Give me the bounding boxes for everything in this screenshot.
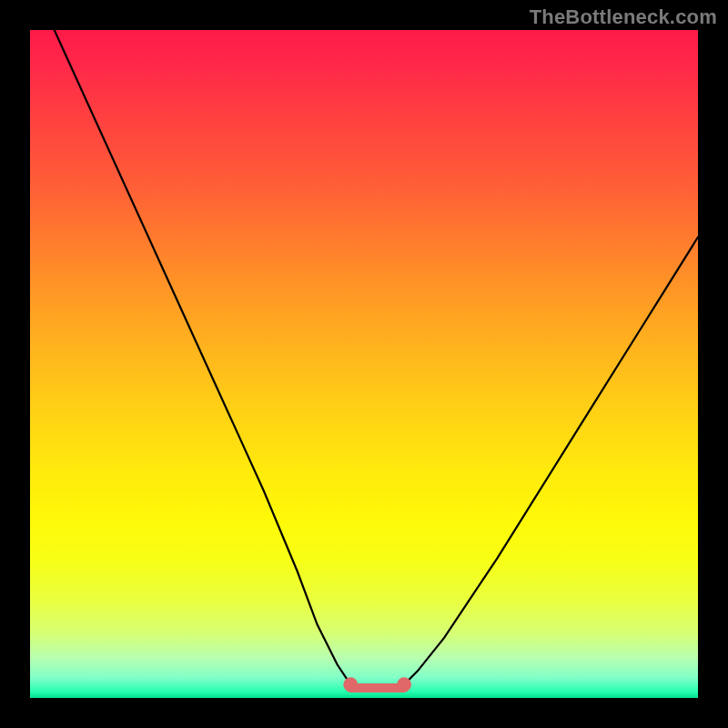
marker-left xyxy=(343,677,358,692)
watermark-text: TheBottleneck.com xyxy=(530,5,717,29)
curve-layer xyxy=(30,30,698,698)
chart-frame: TheBottleneck.com xyxy=(0,0,728,728)
plot-area xyxy=(30,30,698,698)
bottleneck-curve-path xyxy=(30,30,698,692)
marker-right xyxy=(397,677,411,692)
